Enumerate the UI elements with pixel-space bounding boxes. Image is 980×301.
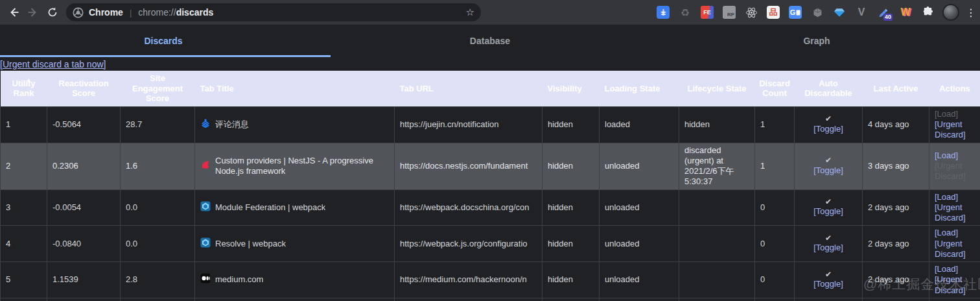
table-header-row: Utility Rank▲Reactivation ScoreSite Enga… xyxy=(1,71,980,106)
urgent-discard-link: [Urgent Discard] xyxy=(935,161,966,181)
tab-graph[interactable]: Graph xyxy=(653,25,980,57)
translate-extension-icon[interactable]: G xyxy=(788,5,802,19)
urgent-discard-link[interactable]: [Urgent Discard] xyxy=(935,274,966,295)
utility-rank-cell: 2 xyxy=(1,143,47,189)
back-icon[interactable] xyxy=(4,3,23,22)
extensions-puzzle-icon[interactable] xyxy=(920,5,935,19)
tab-url-cell: https://juejin.cn/notification xyxy=(395,106,542,143)
loading-state-cell: unloaded xyxy=(600,189,679,226)
actions-cell: [Load] [Urgent Discard] xyxy=(929,298,980,301)
loading-state-cell: loaded xyxy=(600,106,679,143)
load-link[interactable]: [Load] xyxy=(935,264,958,274)
column-header-discard-count[interactable]: Discard Count xyxy=(755,71,795,106)
toggle-link[interactable]: [Toggle] xyxy=(813,165,843,175)
address-bar[interactable]: Chrome | chrome://discards ☆ xyxy=(66,3,481,21)
extension-badge: 40 xyxy=(883,14,892,21)
recycle-extension-icon[interactable]: ♻ xyxy=(678,5,692,19)
discard-count-cell: 1 xyxy=(755,143,795,189)
tab-discards[interactable]: Discards xyxy=(0,25,327,57)
browser-menu-icon[interactable]: ⋮ xyxy=(966,6,975,19)
tab-title-cell: 评论消息 xyxy=(195,106,395,143)
tab-title: 评论消息 xyxy=(215,119,249,130)
tab-title: Resolve | webpack xyxy=(215,239,286,249)
urgent-discard-link[interactable]: [Urgent Discard] xyxy=(935,239,966,259)
webpack-favicon xyxy=(200,237,211,250)
table-row: 51.15392.8medium.comhttps://medium.com/h… xyxy=(1,262,980,298)
reactivation-score-cell: 0.2306 xyxy=(47,143,121,189)
column-header-lifecycle-state[interactable]: Lifecycle State xyxy=(679,71,755,106)
table-row: 60.53361.2如何进行 web 性能监控？ | AlloyTeamhttp… xyxy=(1,298,980,301)
column-header-site-engagement-score[interactable]: Site Engagement Score xyxy=(121,71,195,106)
column-header-visibility[interactable]: Visibility xyxy=(542,71,600,106)
checkmark-icon: ✔ xyxy=(800,234,857,243)
loading-state-cell: unloaded xyxy=(600,143,679,189)
discards-tabstrip: Discards Database Graph xyxy=(0,25,980,57)
actions-cell: [Load] [Urgent Discard] xyxy=(929,143,980,189)
discard-count-cell: 0 xyxy=(755,189,795,226)
reactivation-score-cell: -0.0054 xyxy=(47,189,121,226)
reactivation-score-cell: 1.1539 xyxy=(47,262,121,298)
active-tab-indicator xyxy=(0,55,331,57)
column-header-reactivation-score[interactable]: Reactivation Score xyxy=(47,71,121,106)
cube-extension-icon[interactable] xyxy=(810,5,824,19)
auto-discardable-cell: ✔[Toggle] xyxy=(795,189,863,226)
extensions-bar: ♻FERP品GV40W xyxy=(490,5,913,19)
column-header-auto-discardable[interactable]: Auto Discardable xyxy=(795,71,863,106)
org-chart-extension-icon[interactable]: 品 xyxy=(766,5,780,19)
gem-extension-icon[interactable] xyxy=(832,5,846,19)
column-header-loading-state[interactable]: Loading State xyxy=(600,71,679,106)
lifecycle-state-cell xyxy=(679,262,755,298)
chevron-stack-extension-icon[interactable] xyxy=(656,5,670,19)
column-header-tab-url[interactable]: Tab URL xyxy=(395,71,542,106)
bookmark-star-icon[interactable]: ☆ xyxy=(466,6,474,18)
toggle-link[interactable]: [Toggle] xyxy=(813,243,843,252)
urgent-link-row: [Urgent discard a tab now] xyxy=(0,57,980,71)
site-engagement-cell: 0.0 xyxy=(121,189,195,226)
lifecycle-state-cell: discarded (urgent) at 2021/2/6下午 5:30:37 xyxy=(679,143,755,189)
table-row: 1-0.506428.7评论消息https://juejin.cn/notifi… xyxy=(1,106,980,143)
load-link[interactable]: [Load] xyxy=(935,228,958,237)
rp-extension-icon[interactable]: RP xyxy=(722,5,736,19)
actions-cell: [Load] [Urgent Discard] xyxy=(929,262,980,298)
nestjs-favicon xyxy=(200,160,211,173)
load-link[interactable]: [Load] xyxy=(935,150,958,160)
tab-title-cell: Custom providers | NestJS - A progressiv… xyxy=(195,143,395,189)
last-active-cell: 4 days ago xyxy=(863,106,929,143)
lifecycle-state-cell xyxy=(679,189,755,226)
omnibox-separator: | xyxy=(130,8,132,18)
v-extension-icon[interactable]: V xyxy=(854,5,869,19)
table-row: 4-0.08400.0Resolve | webpackhttps://webp… xyxy=(1,226,980,262)
visibility-cell: hidden xyxy=(542,189,600,226)
react-extension-icon[interactable] xyxy=(744,5,758,19)
tab-title-cell: Resolve | webpack xyxy=(195,226,395,262)
profile-avatar[interactable] xyxy=(942,4,959,21)
actions-cell: [Load] [Urgent Discard] xyxy=(929,189,980,226)
site-label: Chrome xyxy=(89,7,123,18)
discard-count-cell: 0 xyxy=(755,298,795,301)
toggle-link[interactable]: [Toggle] xyxy=(813,124,843,134)
column-header-last-active[interactable]: Last Active xyxy=(863,71,929,106)
reload-icon[interactable] xyxy=(43,3,62,22)
column-header-tab-title[interactable]: Tab Title xyxy=(195,71,395,106)
w-extension-icon[interactable]: W xyxy=(898,5,913,19)
toggle-link[interactable]: [Toggle] xyxy=(813,206,843,216)
tab-database[interactable]: Database xyxy=(327,25,653,57)
urgent-discard-link[interactable]: [Urgent Discard] xyxy=(935,119,966,139)
discards-table: Utility Rank▲Reactivation ScoreSite Enga… xyxy=(0,71,980,301)
reactivation-score-cell: -0.5064 xyxy=(47,106,121,143)
urgent-discard-link[interactable]: [Urgent Discard] xyxy=(935,202,966,223)
last-active-cell: 2 days ago xyxy=(863,226,929,262)
column-header-utility-rank[interactable]: Utility Rank▲ xyxy=(1,71,47,106)
auto-discardable-cell: ✔[Toggle] xyxy=(795,226,863,262)
utility-rank-cell: 4 xyxy=(1,226,47,262)
tab-title: medium.com xyxy=(215,274,263,285)
toggle-link[interactable]: [Toggle] xyxy=(813,279,843,289)
forward-icon[interactable] xyxy=(23,3,43,22)
fe-extension-icon[interactable]: FE xyxy=(700,5,714,19)
column-header-actions[interactable]: Actions xyxy=(929,71,980,106)
loading-state-cell: unloaded xyxy=(600,226,679,262)
load-link[interactable]: [Load] xyxy=(935,192,958,202)
pencil-badge-extension-icon[interactable]: 40 xyxy=(876,5,891,19)
urgent-discard-link[interactable]: [Urgent discard a tab now] xyxy=(0,59,106,69)
actions-cell: [Load] [Urgent Discard] xyxy=(929,226,980,262)
